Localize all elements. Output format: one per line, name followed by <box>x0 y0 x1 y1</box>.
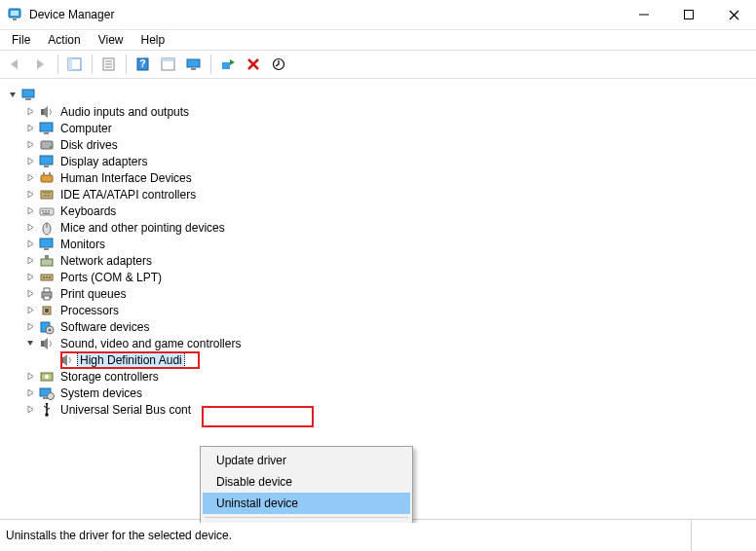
statusbar-cell <box>691 520 750 551</box>
help-button[interactable]: ? <box>132 53 155 76</box>
tree-category[interactable]: Ports (COM & LPT) <box>4 269 752 285</box>
tree-category[interactable]: System devices <box>4 385 752 401</box>
printer-icon <box>39 286 55 302</box>
svg-text:?: ? <box>139 58 145 69</box>
tree-category[interactable]: Sound, video and game controllers <box>4 335 752 351</box>
chevron-right-icon[interactable] <box>23 304 37 317</box>
svg-rect-55 <box>44 296 50 300</box>
tree-category[interactable]: Audio inputs and outputs <box>4 103 752 120</box>
tree-category[interactable]: Human Interface Devices <box>4 169 752 186</box>
device-tree[interactable]: Audio inputs and outputsComputerDisk dri… <box>0 79 756 523</box>
action-center-button[interactable] <box>157 53 180 76</box>
mouse-icon <box>39 220 55 236</box>
speaker-icon <box>58 352 74 368</box>
chevron-down-icon[interactable] <box>23 337 37 350</box>
svg-rect-45 <box>40 239 53 247</box>
ctx-scan-hardware[interactable]: Scan for hardware changes <box>203 521 410 523</box>
tree-category[interactable]: Software devices <box>4 318 752 335</box>
cpu-icon <box>39 303 55 318</box>
remove-button[interactable] <box>242 53 265 76</box>
statusbar: Uninstalls the driver for the selected d… <box>0 519 756 551</box>
tree-category-label: Mice and other pointing devices <box>58 221 227 235</box>
forward-button[interactable] <box>29 53 53 76</box>
tree-category[interactable]: Processors <box>4 302 752 318</box>
chevron-down-icon[interactable] <box>6 89 19 102</box>
speaker-icon <box>39 104 55 120</box>
svg-rect-39 <box>42 210 44 212</box>
tree-category[interactable]: Storage controllers <box>4 368 752 385</box>
chevron-right-icon[interactable] <box>23 204 37 218</box>
chevron-right-icon[interactable] <box>23 105 37 119</box>
toolbar-sep <box>57 55 58 74</box>
svg-rect-1 <box>11 11 19 16</box>
menu-help[interactable]: Help <box>133 31 173 49</box>
chevron-right-icon[interactable] <box>23 287 37 301</box>
tree-category-label: Disk drives <box>58 138 120 152</box>
tree-category-label: System devices <box>58 386 144 400</box>
svg-rect-46 <box>44 248 49 250</box>
svg-rect-19 <box>222 62 230 69</box>
tree-category[interactable]: Mice and other pointing devices <box>4 219 752 236</box>
properties-button[interactable] <box>97 53 121 76</box>
chevron-right-icon[interactable] <box>23 271 37 284</box>
tree-device[interactable]: High Definition Audi <box>4 351 752 368</box>
chevron-right-icon[interactable] <box>23 238 37 251</box>
chevron-right-icon[interactable] <box>23 403 37 417</box>
svg-point-52 <box>49 276 51 278</box>
svg-point-67 <box>48 392 55 399</box>
tree-category-label: Display adapters <box>58 155 149 168</box>
chevron-right-icon[interactable] <box>23 188 37 202</box>
update-driver-button[interactable] <box>267 53 290 76</box>
menu-view[interactable]: View <box>91 31 132 49</box>
usb-icon <box>39 402 55 418</box>
maximize-button[interactable] <box>666 0 711 29</box>
close-button[interactable] <box>711 0 756 29</box>
menu-action[interactable]: Action <box>40 31 88 49</box>
minimize-button[interactable] <box>622 0 666 29</box>
tree-category[interactable]: Display adapters <box>4 153 752 169</box>
svg-rect-8 <box>68 58 72 70</box>
chevron-right-icon[interactable] <box>23 138 37 152</box>
back-button[interactable] <box>4 53 27 76</box>
svg-point-51 <box>46 276 48 278</box>
chevron-right-icon[interactable] <box>23 320 37 334</box>
scan-hardware-button[interactable] <box>216 53 240 76</box>
tree-category[interactable]: Computer <box>4 120 752 136</box>
svg-point-64 <box>45 375 49 379</box>
chevron-right-icon[interactable] <box>23 122 37 135</box>
show-hide-tree-button[interactable] <box>63 53 87 76</box>
tree-category-label: Monitors <box>58 238 107 251</box>
tree-device-label: High Definition Audi <box>78 353 184 367</box>
ctx-update-driver[interactable]: Update driver <box>203 450 410 471</box>
menu-file[interactable]: File <box>4 31 38 49</box>
tree-category[interactable]: Print queues <box>4 285 752 302</box>
chevron-right-icon[interactable] <box>23 155 37 168</box>
chevron-right-icon[interactable] <box>23 254 37 268</box>
chevron-right-icon[interactable] <box>23 386 37 400</box>
tree-category[interactable]: IDE ATA/ATAPI controllers <box>4 186 752 202</box>
storage-icon <box>39 369 55 385</box>
chevron-right-icon[interactable] <box>23 171 37 185</box>
tree-category[interactable]: Network adapters <box>4 252 752 269</box>
svg-rect-23 <box>22 90 34 97</box>
svg-rect-18 <box>191 68 196 70</box>
ctx-uninstall-device[interactable]: Uninstall device <box>203 493 410 514</box>
chevron-right-icon[interactable] <box>23 370 37 384</box>
tree-root[interactable] <box>4 87 752 103</box>
svg-rect-2 <box>13 18 17 20</box>
tree-category[interactable]: Keyboards <box>4 202 752 219</box>
keyboard-icon <box>39 203 55 219</box>
tree-category-label: Universal Serial Bus cont <box>58 403 193 417</box>
hid-icon <box>39 170 55 186</box>
ctx-disable-device[interactable]: Disable device <box>203 471 410 493</box>
tree-category-label: Human Interface Devices <box>58 171 194 185</box>
tree-category[interactable]: Universal Serial Bus cont <box>4 401 752 418</box>
svg-rect-35 <box>41 191 53 199</box>
tree-category-label: Keyboards <box>58 204 118 218</box>
context-menu: Update driver Disable device Uninstall d… <box>200 446 413 523</box>
display-devices-button[interactable] <box>182 53 206 76</box>
tree-category[interactable]: Disk drives <box>4 136 752 153</box>
chevron-right-icon[interactable] <box>23 221 37 235</box>
tree-category[interactable]: Monitors <box>4 236 752 252</box>
ide-icon <box>39 187 55 202</box>
